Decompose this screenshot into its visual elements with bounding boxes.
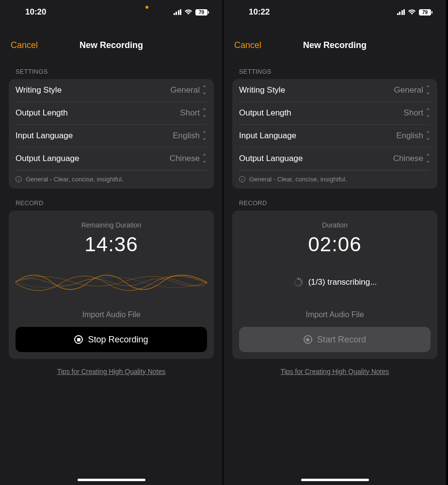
transcribing-status: (1/3) transcribing...: [239, 263, 431, 302]
writing-style-row[interactable]: Writing Style General⌃⌄: [16, 79, 207, 102]
wifi-icon: [184, 9, 192, 15]
output-language-row[interactable]: Output Language Chinese⌃⌄: [239, 147, 431, 170]
output-length-row[interactable]: Output Length Short⌃⌄: [239, 102, 431, 125]
duration-label: Duration: [322, 221, 348, 229]
up-down-chevron-icon: ⌃⌄: [202, 132, 207, 140]
settings-section-label: SETTINGS: [0, 68, 223, 75]
up-down-chevron-icon: ⌃⌄: [202, 109, 207, 117]
duration-time: 02:06: [308, 233, 361, 256]
record-section-label: RECORD: [0, 199, 223, 207]
settings-info: i General - Clear, concise, insightful.: [239, 170, 431, 189]
row-value: Short⌃⌄: [180, 108, 207, 118]
status-bar: 10:22 79: [224, 0, 446, 24]
spinner-icon: [293, 277, 303, 287]
record-card: Remaining Duration 14:36 Import Audio Fi…: [9, 210, 214, 359]
stop-icon: [74, 335, 83, 344]
tips-link[interactable]: Tips for Creating High Quality Notes: [0, 368, 223, 375]
info-icon: i: [16, 176, 22, 182]
tips-link[interactable]: Tips for Creating High Quality Notes: [224, 368, 446, 375]
status-icons: 79: [174, 9, 209, 16]
screen-left: 10:20 79 Cancel New Recording SETTINGS W…: [0, 0, 224, 485]
stop-recording-button[interactable]: Stop Recording: [16, 327, 207, 352]
up-down-chevron-icon: ⌃⌄: [202, 155, 207, 162]
row-value: General⌃⌄: [171, 85, 207, 95]
waveform-visual: [16, 263, 207, 302]
row-label: Output Language: [239, 154, 303, 163]
record-section-label: RECORD: [224, 199, 446, 207]
cellular-signal-icon: [174, 9, 182, 15]
battery-icon: 79: [419, 9, 432, 16]
status-icons: 79: [397, 9, 433, 16]
row-value: English⌃⌄: [173, 131, 207, 141]
wifi-icon: [408, 9, 416, 15]
input-language-row[interactable]: Input Language English⌃⌄: [16, 125, 207, 147]
settings-info: i General - Clear, concise, insightful.: [16, 170, 207, 189]
up-down-chevron-icon: ⌃⌄: [425, 86, 431, 94]
row-value: English⌃⌄: [396, 131, 431, 141]
cellular-signal-icon: [397, 9, 405, 15]
battery-icon: 79: [195, 9, 209, 16]
up-down-chevron-icon: ⌃⌄: [202, 86, 207, 94]
settings-card: Writing Style General⌃⌄ Output Length Sh…: [9, 79, 214, 189]
page-title: New Recording: [80, 40, 143, 50]
up-down-chevron-icon: ⌃⌄: [425, 132, 431, 140]
row-label: Output Length: [16, 108, 68, 118]
up-down-chevron-icon: ⌃⌄: [425, 109, 431, 117]
row-value: Chinese⌃⌄: [170, 154, 207, 163]
up-down-chevron-icon: ⌃⌄: [425, 155, 431, 162]
status-text: (1/3) transcribing...: [308, 277, 377, 287]
nav-bar: Cancel New Recording: [0, 33, 223, 57]
home-indicator[interactable]: [301, 479, 369, 481]
duration-time: 14:36: [84, 233, 138, 256]
output-language-row[interactable]: Output Language Chinese⌃⌄: [16, 147, 207, 170]
record-card: Duration 02:06 (1/3) transcribing... Imp…: [232, 210, 437, 359]
row-label: Writing Style: [16, 85, 62, 95]
record-icon: [304, 335, 312, 344]
screen-right: 10:22 79 Cancel New Recording SETTINGS W…: [224, 0, 447, 485]
cancel-button[interactable]: Cancel: [11, 40, 38, 50]
home-indicator[interactable]: [78, 479, 145, 481]
settings-card: Writing Style General⌃⌄ Output Length Sh…: [232, 79, 437, 189]
start-record-button[interactable]: Start Record: [239, 327, 431, 352]
info-icon: i: [239, 176, 245, 182]
status-bar: 10:20 79: [0, 0, 223, 24]
nav-bar: Cancel New Recording: [224, 33, 446, 57]
row-label: Writing Style: [239, 85, 285, 95]
duration-label: Remaining Duration: [81, 221, 142, 229]
status-time: 10:22: [249, 7, 270, 17]
import-audio-link[interactable]: Import Audio File: [82, 310, 140, 319]
input-language-row[interactable]: Input Language English⌃⌄: [239, 125, 431, 147]
cancel-button[interactable]: Cancel: [234, 40, 261, 50]
row-label: Output Language: [16, 154, 79, 163]
page-title: New Recording: [303, 40, 367, 50]
settings-section-label: SETTINGS: [224, 68, 446, 75]
row-value: Chinese⌃⌄: [393, 154, 431, 163]
row-label: Output Length: [239, 108, 291, 118]
row-value: Short⌃⌄: [403, 108, 431, 118]
microphone-privacy-dot-icon: [145, 6, 148, 9]
output-length-row[interactable]: Output Length Short⌃⌄: [16, 102, 207, 125]
row-label: Input Language: [16, 131, 73, 141]
import-audio-link[interactable]: Import Audio File: [305, 310, 364, 319]
status-time: 10:20: [25, 7, 46, 17]
row-value: General⌃⌄: [394, 85, 431, 95]
row-label: Input Language: [239, 131, 296, 141]
writing-style-row[interactable]: Writing Style General⌃⌄: [239, 79, 431, 102]
